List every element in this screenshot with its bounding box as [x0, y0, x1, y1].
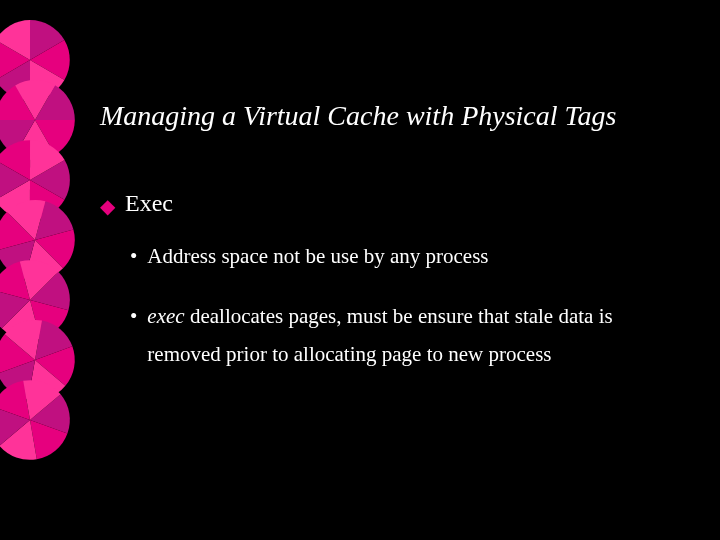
- slide: Managing a Virtual Cache with Physical T…: [0, 0, 720, 540]
- bullet-level2: • Address space not be use by any proces…: [130, 238, 680, 276]
- subbullet-rest: deallocates pages, must be ensure that s…: [147, 304, 612, 366]
- bullet-level2: • exec deallocates pages, must be ensure…: [130, 298, 680, 374]
- diamond-bullet-icon: ◆: [100, 194, 115, 218]
- subbullet-text: Address space not be use by any process: [147, 238, 488, 276]
- dot-bullet-icon: •: [130, 298, 137, 336]
- subbullet-text: exec deallocates pages, must be ensure t…: [147, 298, 680, 374]
- decorative-spiral: [0, 20, 90, 524]
- slide-content: ◆ Exec • Address space not be use by any…: [100, 190, 680, 395]
- emphasis-word: exec: [147, 304, 184, 328]
- bullet-level1: ◆ Exec: [100, 190, 680, 218]
- dot-bullet-icon: •: [130, 238, 137, 276]
- bullet-label: Exec: [125, 190, 173, 217]
- slide-title: Managing a Virtual Cache with Physical T…: [100, 100, 616, 132]
